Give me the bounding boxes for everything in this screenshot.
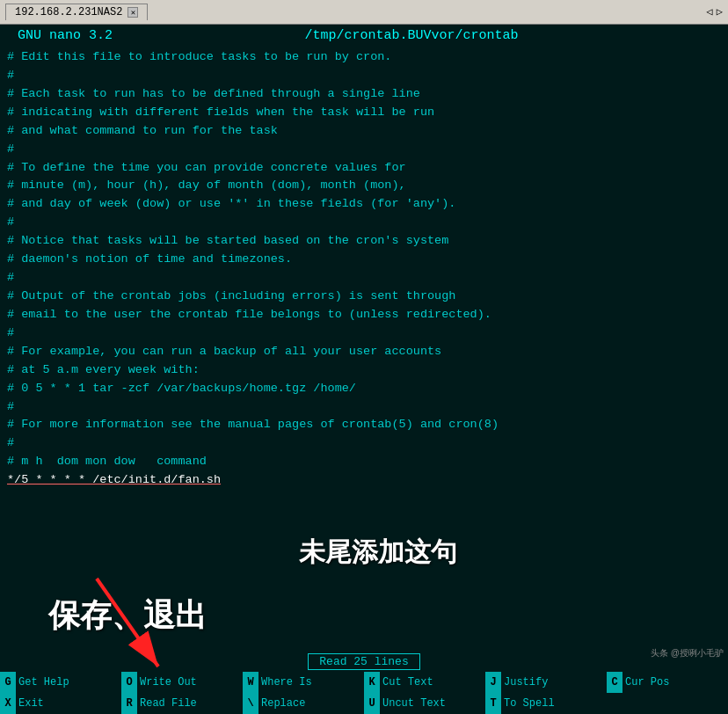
titlebar: 192.168.2.231NAS2 ✕ ◁ ▷ xyxy=(0,0,728,25)
label-justify: Justify xyxy=(504,676,548,688)
editor-line: # xyxy=(7,141,721,159)
editor-line: # and what command to run for the task xyxy=(7,122,721,141)
status-bar: Read 25 lines xyxy=(0,652,728,672)
key-j: J xyxy=(485,672,501,693)
status-message: Read 25 lines xyxy=(308,653,419,670)
nav-prev-icon[interactable]: ◁ xyxy=(707,5,713,18)
editor-line: # xyxy=(7,434,721,453)
label-where-is: Where Is xyxy=(261,676,312,688)
editor-line: # For more information see the manual pa… xyxy=(7,416,721,434)
nano-header: GNU nano 3.2 /tmp/crontab.BUVvor/crontab xyxy=(0,25,728,47)
key-x: X xyxy=(0,693,16,714)
editor-line: # at 5 a.m every week with: xyxy=(7,361,721,380)
label-write-out: Write Out xyxy=(140,676,197,688)
editor-line: # minute (m), hour (h), day of month (do… xyxy=(7,177,721,195)
label-get-help: Get Help xyxy=(18,676,69,688)
editor-line: # and day of week (dow) or use '*' in th… xyxy=(7,195,721,214)
command-line: */5 * * * * /etc/init.d/fan.sh xyxy=(7,471,721,490)
editor-line: # daemon's notion of time and timezones. xyxy=(7,251,721,269)
shortcut-replace[interactable]: \ Replace xyxy=(243,693,364,714)
tab-label: 192.168.2.231NAS2 xyxy=(15,6,122,18)
editor-line: # xyxy=(7,269,721,288)
editor-line: # Output of the crontab jobs (including … xyxy=(7,288,721,306)
label-read-file: Read File xyxy=(140,697,197,710)
shortcut-bar-1: G Get Help O Write Out W Where Is K Cut … xyxy=(0,672,728,693)
lines-container: # Edit this file to introduce tasks to b… xyxy=(7,48,721,471)
key-backslash: \ xyxy=(243,693,258,714)
label-to-spell: To Spell xyxy=(504,697,555,710)
key-o: O xyxy=(121,672,137,693)
shortcut-exit[interactable]: X Exit xyxy=(0,693,121,714)
label-cut-text: Cut Text xyxy=(382,676,433,688)
nav-next-icon[interactable]: ▷ xyxy=(717,5,723,18)
key-u: U xyxy=(364,693,380,714)
shortcut-uncut-text[interactable]: U Uncut Text xyxy=(364,693,485,714)
shortcut-cut-text[interactable]: K Cut Text xyxy=(364,672,485,693)
editor-line: # m h dom mon dow command xyxy=(7,453,721,471)
editor-content[interactable]: # Edit this file to introduce tasks to b… xyxy=(0,47,728,652)
key-g: G xyxy=(0,672,16,693)
editor-line: # indicating with different fields when … xyxy=(7,104,721,122)
editor-line: # xyxy=(7,398,721,417)
editor-line: # 0 5 * * 1 tar -zcf /var/backups/home.t… xyxy=(7,380,721,398)
shortcut-to-spell[interactable]: T To Spell xyxy=(485,693,607,714)
editor-line: # email to the user the crontab file bel… xyxy=(7,306,721,324)
editor-line: # Edit this file to introduce tasks to b… xyxy=(7,48,721,67)
shortcut-read-file[interactable]: R Read File xyxy=(121,693,243,714)
shortcut-write-out[interactable]: O Write Out xyxy=(121,672,243,693)
shortcut-empty xyxy=(607,693,728,714)
shortcut-cur-pos[interactable]: C Cur Pos xyxy=(607,672,728,693)
key-r: R xyxy=(121,693,137,714)
key-k: K xyxy=(364,672,380,693)
label-exit: Exit xyxy=(18,697,44,710)
shortcut-where-is[interactable]: W Where Is xyxy=(243,672,364,693)
label-cur-pos: Cur Pos xyxy=(625,676,669,688)
terminal-tab[interactable]: 192.168.2.231NAS2 ✕ xyxy=(5,4,148,20)
key-c: C xyxy=(607,672,622,693)
tab-nav-arrows: ◁ ▷ xyxy=(707,5,723,18)
tab-close-button[interactable]: ✕ xyxy=(127,7,138,18)
editor-line: # Each task to run has to be defined thr… xyxy=(7,85,721,104)
editor-line: # xyxy=(7,67,721,85)
shortcut-get-help[interactable]: G Get Help xyxy=(0,672,121,693)
key-t: T xyxy=(485,693,501,714)
editor-line: # xyxy=(7,214,721,232)
file-path: /tmp/crontab.BUVvor/crontab xyxy=(304,28,518,43)
terminal: GNU nano 3.2 /tmp/crontab.BUVvor/crontab… xyxy=(0,25,728,714)
editor-line: # Notice that tasks will be started base… xyxy=(7,232,721,251)
editor-line: # xyxy=(7,324,721,343)
empty-line xyxy=(7,490,721,508)
shortcut-bar-2: X Exit R Read File \ Replace U Uncut Tex… xyxy=(0,693,728,714)
shortcut-justify[interactable]: J Justify xyxy=(485,672,607,693)
key-w: W xyxy=(243,672,258,693)
nano-version: GNU nano 3.2 xyxy=(18,28,113,43)
label-uncut-text: Uncut Text xyxy=(382,697,446,710)
label-replace: Replace xyxy=(261,697,305,710)
editor-line: # To define the time you can provide con… xyxy=(7,159,721,178)
editor-line: # For example, you can run a backup of a… xyxy=(7,343,721,361)
